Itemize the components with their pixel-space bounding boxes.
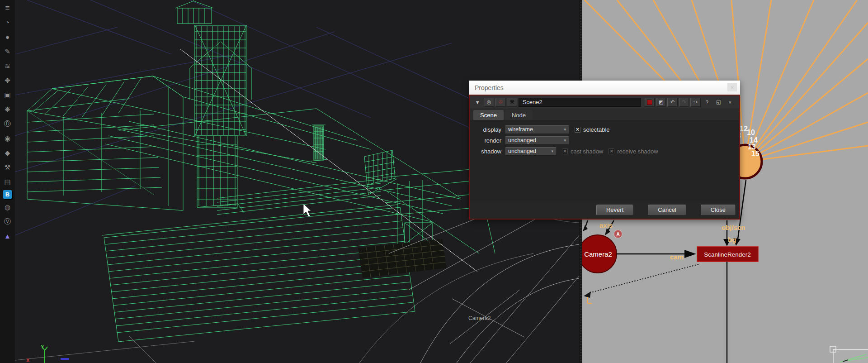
toolbar-3d-icon[interactable]: ▣ bbox=[1, 89, 14, 101]
bg-label: bg bbox=[728, 236, 736, 244]
toolbar-menu-icon[interactable]: ≡ bbox=[1, 2, 14, 14]
shadow-label: shadow bbox=[474, 148, 501, 155]
toolbar-views-icon[interactable]: ◉ bbox=[1, 132, 14, 144]
gl-color-icon[interactable]: ◩ bbox=[656, 98, 666, 107]
float-panel-icon[interactable]: ◱ bbox=[713, 98, 723, 107]
render-label: render bbox=[474, 137, 501, 144]
node-name-field[interactable] bbox=[519, 98, 641, 107]
panel-close-icon[interactable]: × bbox=[725, 98, 735, 107]
display-label: display bbox=[474, 126, 501, 133]
cast-shadow-label: cast shadow bbox=[571, 148, 603, 155]
revert-button[interactable]: Revert bbox=[596, 205, 633, 215]
selectable-checkbox[interactable]: × bbox=[575, 127, 580, 133]
viewport-camera-label: Camera2 bbox=[468, 315, 491, 321]
chevron-down-icon: ▾ bbox=[564, 138, 566, 143]
toolbar-metadata-icon[interactable]: ◆ bbox=[1, 147, 14, 159]
toolbar-time-icon[interactable]: ● bbox=[1, 31, 14, 43]
scanlinerender2-node[interactable]: ScanlineRender2 bbox=[697, 247, 758, 262]
tab-scene[interactable]: Scene bbox=[473, 110, 504, 120]
preview-frame bbox=[830, 346, 868, 363]
shadow-dropdown[interactable]: unchanged ▾ bbox=[505, 147, 557, 156]
toolbar-toolsets-icon[interactable]: ⚒ bbox=[1, 161, 14, 173]
render-dropdown-value: unchanged bbox=[508, 137, 536, 143]
chevron-down-icon: ▾ bbox=[564, 127, 566, 132]
clone-icon[interactable]: ↪ bbox=[690, 98, 700, 107]
help-icon[interactable]: ? bbox=[702, 98, 712, 107]
properties-title: Properties bbox=[475, 84, 504, 91]
wrench-icon[interactable]: ⚒ bbox=[507, 98, 517, 107]
animation-badge-letter: A bbox=[616, 232, 619, 237]
toolbar-other-icon[interactable]: ▤ bbox=[1, 176, 14, 188]
panel-footer: Revert Cancel Close bbox=[582, 205, 736, 215]
undo-icon[interactable]: ↶ bbox=[667, 98, 677, 107]
properties-title-bar[interactable]: Properties × bbox=[469, 81, 740, 95]
shadow-row: shadow unchanged ▾ × cast shadow × recei… bbox=[470, 146, 739, 157]
display-row: display wireframe ▾ × selectable bbox=[470, 124, 739, 135]
viewer-icon[interactable]: ✇ bbox=[495, 98, 505, 107]
toolbar-v-plugin-icon[interactable]: Ⓥ bbox=[1, 215, 14, 228]
receive-shadow-checkbox[interactable]: × bbox=[609, 148, 614, 154]
render-row: render unchanged ▾ bbox=[470, 135, 739, 146]
toolbar-image-icon[interactable]: ◔ bbox=[1, 16, 14, 29]
receive-shadow-label: receive shadow bbox=[617, 148, 658, 155]
close-button[interactable]: Close bbox=[701, 205, 736, 215]
properties-window: Properties × ▼ ◎ ✇ ⚒ ◩ ↶ ↷ ↪ ? ◱ × Sce bbox=[469, 81, 740, 220]
cam-connection: cam bbox=[617, 250, 696, 261]
chevron-down-icon: ▾ bbox=[551, 149, 553, 153]
tab-node[interactable]: Node bbox=[505, 110, 533, 120]
cast-shadow-checkbox[interactable]: × bbox=[562, 148, 568, 154]
toolbar-deep-icon[interactable]: Ⓓ bbox=[1, 118, 14, 130]
redo-icon[interactable]: ↷ bbox=[679, 98, 689, 107]
display-dropdown[interactable]: wireframe ▾ bbox=[505, 125, 569, 134]
cancel-button[interactable]: Cancel bbox=[648, 205, 686, 215]
panel-header: ▼ ◎ ✇ ⚒ ◩ ↶ ↷ ↪ ? ◱ × bbox=[470, 96, 739, 109]
shadow-dropdown-value: unchanged bbox=[508, 148, 536, 154]
camera2-node-label: Camera2 bbox=[584, 250, 612, 258]
toolbar-color-icon[interactable]: ✎ bbox=[1, 45, 14, 57]
cam-connection-label: cam bbox=[670, 253, 684, 261]
obj-scn-label: obj/scn bbox=[722, 224, 745, 231]
display-dropdown-value: wireframe bbox=[508, 126, 533, 133]
input-number: 15 bbox=[751, 150, 760, 158]
axis-gizmo: Y X bbox=[26, 344, 69, 363]
input-number: 10 bbox=[747, 129, 755, 136]
collapse-panel-icon[interactable]: ▼ bbox=[472, 98, 482, 107]
red-swatch-icon bbox=[647, 100, 652, 105]
node-color-swatch[interactable] bbox=[645, 98, 655, 107]
mouse-cursor bbox=[303, 204, 311, 217]
toolbar-transform-icon[interactable]: ✥ bbox=[1, 74, 14, 86]
axis-y-label: Y bbox=[41, 344, 44, 349]
toolbar-particles-icon[interactable]: ❋ bbox=[1, 103, 14, 115]
camera2-node[interactable]: Camera2 bbox=[582, 235, 617, 273]
panel-tabs: Scene Node bbox=[470, 109, 739, 120]
window-close-icon[interactable]: × bbox=[727, 83, 737, 91]
axis-connection-label: axis bbox=[599, 221, 613, 229]
axis-x-label: X bbox=[26, 358, 30, 363]
application-window: ≡ ◔ ● ✎ ≋ ✥ ▣ ❋ Ⓓ ◉ ◆ ⚒ ▤ B ◍ Ⓥ ▲ bbox=[0, 0, 868, 363]
toolbar-channel-icon[interactable]: ≋ bbox=[1, 60, 14, 72]
panel-content: display wireframe ▾ × selectable render … bbox=[470, 120, 739, 202]
toolbar-flame-plugin-icon[interactable]: ◍ bbox=[1, 201, 14, 213]
properties-panel: ▼ ◎ ✇ ⚒ ◩ ↶ ↷ ↪ ? ◱ × Scene Node bbox=[469, 95, 740, 220]
toolbar-knot-plugin-icon[interactable]: ▲ bbox=[1, 230, 14, 242]
toolbar-b-plugin-icon[interactable]: B bbox=[3, 190, 12, 199]
render-dropdown[interactable]: unchanged ▾ bbox=[505, 136, 569, 145]
center-node-icon[interactable]: ◎ bbox=[484, 98, 494, 107]
selectable-label: selectable bbox=[583, 126, 610, 133]
scanlinerender2-node-label: ScanlineRender2 bbox=[704, 251, 751, 258]
node-toolbar: ≡ ◔ ● ✎ ≋ ✥ ▣ ❋ Ⓓ ◉ ◆ ⚒ ▤ B ◍ Ⓥ ▲ bbox=[0, 0, 15, 363]
